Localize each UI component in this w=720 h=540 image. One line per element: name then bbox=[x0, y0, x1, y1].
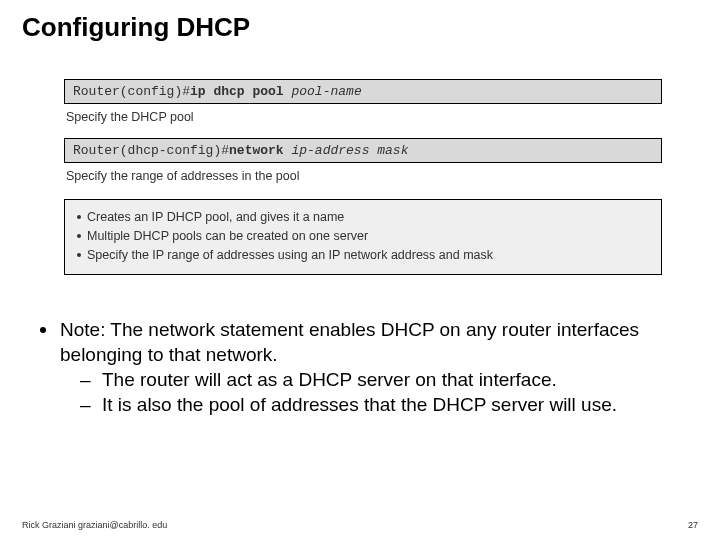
footer-page-number: 27 bbox=[688, 520, 698, 530]
command-desc-2: Specify the range of addresses in the po… bbox=[64, 163, 662, 197]
main-bullets: Note: The network statement enables DHCP… bbox=[40, 317, 680, 417]
notes-text: Multiple DHCP pools can be created on on… bbox=[87, 227, 368, 246]
cmd-keyword: network bbox=[229, 143, 284, 158]
sub-bullet-text: It is also the pool of addresses that th… bbox=[102, 392, 617, 417]
sub-bullet-row: – It is also the pool of addresses that … bbox=[80, 392, 680, 417]
main-bullet-row: Note: The network statement enables DHCP… bbox=[40, 317, 680, 417]
notes-item: Multiple DHCP pools can be created on on… bbox=[77, 227, 649, 246]
command-box-1: Router(config)#ip dhcp pool pool-name bbox=[64, 79, 662, 104]
slide-title: Configuring DHCP bbox=[0, 0, 720, 43]
dash-icon: – bbox=[80, 392, 92, 417]
bullet-dot-icon bbox=[40, 327, 46, 333]
cmd-arg: pool-name bbox=[291, 84, 361, 99]
sub-bullet-text: The router will act as a DHCP server on … bbox=[102, 367, 557, 392]
cmd-keyword: ip dhcp pool bbox=[190, 84, 284, 99]
bullet-dot-icon bbox=[77, 215, 81, 219]
cmd-prompt: Router(config)# bbox=[73, 84, 190, 99]
command-box-2: Router(dhcp-config)#network ip-address m… bbox=[64, 138, 662, 163]
dash-icon: – bbox=[80, 367, 92, 392]
notes-text: Creates an IP DHCP pool, and gives it a … bbox=[87, 208, 344, 227]
bullet-dot-icon bbox=[77, 234, 81, 238]
footer: Rick Graziani graziani@cabrillo. edu 27 bbox=[22, 520, 698, 530]
cmd-arg: ip-address mask bbox=[291, 143, 408, 158]
notes-item: Creates an IP DHCP pool, and gives it a … bbox=[77, 208, 649, 227]
command-desc-1: Specify the DHCP pool bbox=[64, 104, 662, 138]
footer-author: Rick Graziani graziani@cabrillo. edu bbox=[22, 520, 167, 530]
notes-box: Creates an IP DHCP pool, and gives it a … bbox=[64, 199, 662, 275]
notes-text: Specify the IP range of addresses using … bbox=[87, 246, 493, 265]
main-bullet-body: Note: The network statement enables DHCP… bbox=[60, 317, 680, 417]
cmd-prompt: Router(dhcp-config)# bbox=[73, 143, 229, 158]
bullet-dot-icon bbox=[77, 253, 81, 257]
notes-item: Specify the IP range of addresses using … bbox=[77, 246, 649, 265]
sub-bullet-row: – The router will act as a DHCP server o… bbox=[80, 367, 680, 392]
command-blocks: Router(config)#ip dhcp pool pool-name Sp… bbox=[64, 79, 662, 197]
main-bullet-text: Note: The network statement enables DHCP… bbox=[60, 317, 680, 367]
